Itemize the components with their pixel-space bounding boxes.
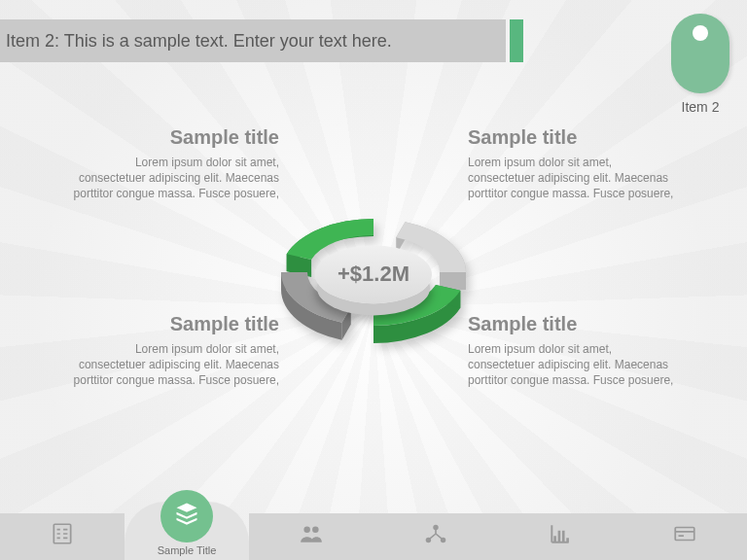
pill-hole [693, 25, 708, 41]
svg-rect-0 [53, 524, 70, 543]
block-top-left: Sample title Lorem ipsum dolor sit amet,… [70, 126, 279, 202]
header-text: Item 2: This is a sample text. Enter you… [6, 31, 392, 52]
checklist-icon [50, 521, 75, 552]
card-icon [672, 521, 697, 552]
block-title: Sample title [468, 313, 677, 335]
block-top-right: Sample title Lorem ipsum dolor sit amet,… [468, 126, 677, 202]
block-body: Lorem ipsum dolor sit amet, consectetuer… [70, 155, 279, 202]
block-title: Sample title [70, 126, 279, 149]
block-title: Sample title [70, 313, 279, 335]
center-value: +$1.2M [338, 262, 409, 287]
slide-stage: Item 2: This is a sample text. Enter you… [0, 0, 747, 560]
header-bar: Item 2: This is a sample text. Enter you… [0, 19, 506, 62]
svg-point-1 [303, 526, 310, 533]
pill-label: Item 2 [671, 99, 729, 115]
block-body: Lorem ipsum dolor sit amet, consectetuer… [468, 341, 677, 389]
svg-rect-6 [675, 528, 694, 541]
nav-item-3[interactable] [374, 513, 498, 560]
header: Item 2: This is a sample text. Enter you… [0, 19, 747, 66]
block-body: Lorem ipsum dolor sit amet, consectetuer… [70, 341, 279, 389]
block-body: Lorem ipsum dolor sit amet, consectetuer… [468, 155, 677, 202]
svg-point-2 [312, 526, 319, 533]
nav-item-4[interactable] [498, 513, 622, 560]
bottom-nav: Sample Title [0, 502, 747, 560]
center-coin: +$1.2M [315, 245, 432, 303]
people-icon [299, 521, 324, 552]
nav-item-0[interactable] [0, 513, 124, 560]
nav-item-1[interactable]: Sample Title [124, 502, 249, 560]
pill-shape [671, 14, 729, 93]
stack-icon [173, 500, 200, 534]
block-bottom-left: Sample title Lorem ipsum dolor sit amet,… [70, 313, 279, 389]
svg-point-3 [433, 525, 438, 530]
nav-item-5[interactable] [622, 513, 747, 560]
block-bottom-right: Sample title Lorem ipsum dolor sit amet,… [468, 313, 677, 389]
header-accent [510, 19, 523, 62]
network-icon [423, 521, 448, 552]
barchart-icon [548, 521, 573, 552]
top-right-marker: Item 2 [671, 14, 729, 115]
ring-diagram: +$1.2M [252, 151, 495, 394]
nav-item-2[interactable] [249, 513, 374, 560]
nav-active-circle [160, 490, 213, 542]
nav-label: Sample Title [124, 544, 249, 556]
block-title: Sample title [468, 126, 677, 149]
